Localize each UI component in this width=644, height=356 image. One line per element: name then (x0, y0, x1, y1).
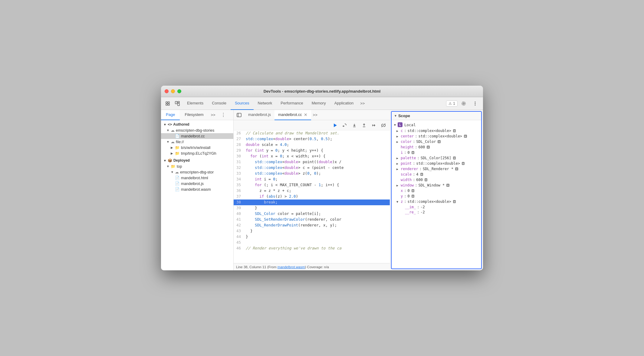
code-line-42: 42 SDL_RenderDrawPoint(renderer, x, y); (234, 222, 390, 228)
box-icon: 📦 (168, 158, 172, 163)
scope-collapse-arrow[interactable]: ▼ (394, 114, 397, 117)
cloud-icon2: ☁ (171, 140, 175, 144)
code-tab-js[interactable]: mandelbrot.js (245, 110, 274, 120)
emscripten-authored-folder[interactable]: ▼ ☁ emscripten-dbg-stories (161, 127, 233, 133)
mandelbrot-cc-file[interactable]: 📄 mandelbrot.cc (161, 133, 233, 139)
secondary-tabbar: Page Filesystem >> ⋮ (161, 110, 233, 120)
scope-item-point[interactable]: ▶ point: std::complex<double>⊞ (392, 161, 481, 166)
main-content: Page Filesystem >> ⋮ ▼ <> Authored ▼ ☁ e… (161, 110, 483, 270)
mandelbrot-js-file[interactable]: 📄 mandelbrot.js (161, 181, 233, 186)
code-line-41: 41 SDL_SetRenderDrawColor(renderer, colo… (234, 217, 390, 222)
step-over-button[interactable] (341, 121, 349, 129)
authored-section[interactable]: ▼ <> Authored (161, 121, 233, 127)
warning-icon: ⚠ (448, 101, 452, 106)
status-text: Line 38, Column 11 (From mandelbrot.wasm… (236, 265, 329, 269)
scope-item-z[interactable]: ▼ z: std::complex<double>⊞ (392, 199, 481, 204)
mandelbrot-wasm-file[interactable]: 📄 mandelbrot.wasm (161, 186, 233, 192)
wasm-link[interactable]: mandelbrot.wasm (278, 265, 305, 269)
height-badge: ⊞ (427, 146, 429, 149)
authored-bracket-icon: <> (168, 122, 172, 127)
scope-item-window[interactable]: ▶ window: SDL_Window *⊞ (392, 183, 481, 188)
tab-application[interactable]: Application (330, 97, 358, 110)
expand-renderer-arrow[interactable]: ▶ (396, 167, 399, 171)
more-options-icon[interactable] (471, 99, 479, 108)
scope-item-scale: scale: 4⊞ (392, 172, 481, 177)
scope-section: ▼ L Local ▶ c: std::complex<double>⊞ ▶ c… (392, 120, 481, 216)
collapse-z-arrow[interactable]: ▼ (396, 200, 399, 203)
scope-item-palette[interactable]: ▶ palette: SDL_Color[256]⊞ (392, 155, 481, 161)
code-tab-cc[interactable]: mandelbrot.cc ✕ (274, 110, 311, 120)
tab-page[interactable]: Page (161, 110, 180, 120)
file-scheme-folder[interactable]: ▼ ☁ file:// (161, 139, 233, 145)
scope-title: Scope (398, 114, 410, 118)
deployed-folder-label: emscripten-dbg-stor (180, 170, 214, 174)
scope-item-re: __re_: -2 (392, 209, 481, 215)
code-line-44: 44 } (234, 234, 390, 240)
tab-console[interactable]: Console (208, 97, 231, 110)
status-bar: Line 38, Column 11 (From mandelbrot.wasm… (234, 263, 390, 270)
folder-arrow2: ▼ (166, 140, 169, 143)
cloud-icon3: ☁ (175, 170, 179, 174)
local-badge: L (398, 122, 402, 127)
file-js-icon: 📄 (175, 181, 180, 186)
scope-item-height: height: 600⊞ (392, 144, 481, 150)
tmp-folder[interactable]: ▶ 📁 tmp/tmp.ELcTq2YGh (161, 150, 233, 156)
local-label: Local (404, 123, 416, 127)
tab-performance[interactable]: Performance (276, 97, 307, 110)
tab-sources[interactable]: Sources (231, 97, 254, 110)
cursor-icon[interactable] (163, 99, 172, 108)
folder-icon: 📁 (175, 145, 180, 150)
file-cc-icon: 📄 (175, 134, 180, 138)
emscripten-deployed-folder[interactable]: ▼ ☁ emscripten-dbg-stor (161, 169, 233, 175)
toggle-sidebar-icon[interactable] (235, 111, 243, 119)
more-sec-tabs[interactable]: >> (209, 113, 218, 117)
sec-tab-menu[interactable]: ⋮ (218, 112, 228, 118)
tab-network[interactable]: Network (254, 97, 277, 110)
deployed-section[interactable]: ▼ 📦 Deployed (161, 157, 233, 163)
tab-memory[interactable]: Memory (307, 97, 330, 110)
folder-arrow: ▼ (166, 129, 169, 132)
scope-item-color[interactable]: ▶ color: SDL_Color⊞ (392, 139, 481, 144)
step-out-button[interactable] (360, 121, 368, 129)
settings-icon[interactable] (459, 99, 468, 108)
minimize-button[interactable] (171, 89, 175, 93)
top-folder[interactable]: ▼ 📁 top (161, 163, 233, 169)
expand-point-arrow[interactable]: ▶ (396, 162, 399, 165)
install-folder[interactable]: ▶ 📁 b/s/w/ir/x/w/install (161, 145, 233, 150)
mandelbrot-html-file[interactable]: 📄 mandelbrot.html (161, 175, 233, 181)
more-tabs-button[interactable]: >> (358, 101, 367, 106)
step-button[interactable] (370, 121, 378, 129)
close-tab-icon[interactable]: ✕ (304, 113, 307, 117)
step-into-button[interactable] (350, 121, 358, 129)
svg-marker-14 (334, 124, 337, 127)
scope-local-header[interactable]: ▼ L Local (392, 121, 481, 128)
titlebar: DevTools - emscripten-dbg-stories.netlif… (161, 86, 483, 97)
expand-c-arrow[interactable]: ▶ (396, 129, 399, 133)
scope-item-c[interactable]: ▶ c: std::complex<double>⊞ (392, 128, 481, 134)
local-collapse-arrow: ▼ (394, 123, 396, 127)
scope-item-center[interactable]: ▶ center: std::complex<double>⊞ (392, 134, 481, 139)
tmp-label: tmp/tmp.ELcTq2YGh (181, 151, 216, 156)
mandelbrot-wasm-label: mandelbrot.wasm (181, 187, 211, 192)
tab-elements[interactable]: Elements (183, 97, 208, 110)
expand-color-arrow[interactable]: ▶ (396, 140, 399, 143)
deployed-arrow: ▼ (163, 159, 166, 162)
code-line-46: 46 // Render everything we've drawn to t… (234, 246, 390, 251)
toolbar-right: ⚠ 1 (446, 99, 481, 108)
file-cc-label: mandelbrot.cc (181, 134, 205, 138)
resume-button[interactable] (331, 121, 339, 129)
warning-badge[interactable]: ⚠ 1 (446, 101, 458, 107)
tab-filesystem[interactable]: Filesystem (180, 110, 208, 120)
more-code-tabs[interactable]: >> (311, 113, 319, 117)
maximize-button[interactable] (177, 89, 181, 93)
deactivate-breakpoints-button[interactable] (380, 121, 387, 129)
expand-center-arrow[interactable]: ▶ (396, 135, 399, 138)
file-html-icon: 📄 (175, 176, 180, 180)
code-line-38: 38 break; (234, 199, 390, 205)
authored-arrow: ▼ (163, 123, 166, 126)
close-button[interactable] (165, 89, 169, 93)
expand-window-arrow[interactable]: ▶ (396, 184, 399, 187)
expand-palette-arrow[interactable]: ▶ (396, 157, 399, 160)
inspect-icon[interactable] (173, 99, 182, 108)
scope-item-renderer[interactable]: ▶ renderer: SDL_Renderer *⊞ (392, 166, 481, 172)
